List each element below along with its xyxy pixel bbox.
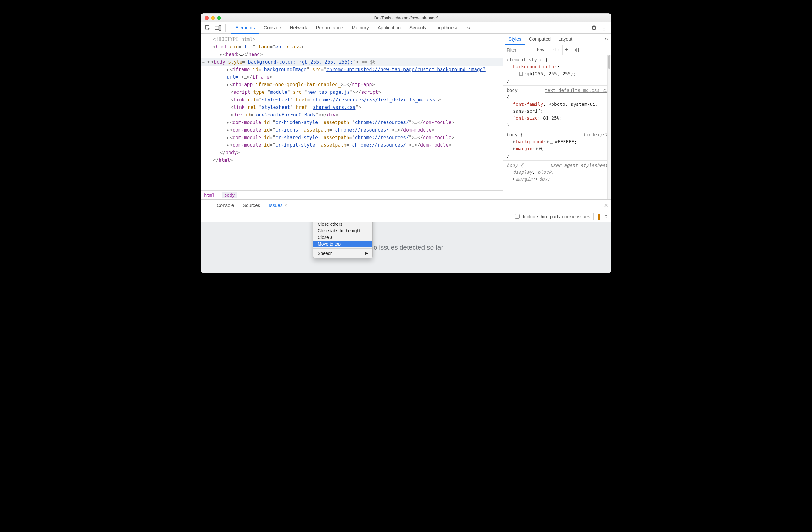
collapse-body-icon[interactable] <box>207 61 210 63</box>
drawer: ⋮ Console Sources Issues× × Include thir… <box>201 199 611 272</box>
style-rules[interactable]: element.style { background-color:rgb(255… <box>504 55 611 199</box>
expand-iframe-icon[interactable] <box>227 69 229 71</box>
color-swatch-icon[interactable] <box>550 140 553 143</box>
link2-href-link[interactable]: shared_vars.css <box>313 104 356 110</box>
device-toolbar-icon[interactable] <box>214 24 222 32</box>
val-display: block <box>538 170 552 175</box>
expand-dm3-icon[interactable] <box>227 137 229 139</box>
crumb-body[interactable]: body <box>222 192 237 198</box>
styles-tabs: Styles Computed Layout » <box>504 34 611 45</box>
dom-doctype: <!DOCTYPE html> <box>213 37 255 42</box>
prop-font-family[interactable]: font-family <box>513 102 543 107</box>
val-background-color[interactable]: rgb(255, 255, 255) <box>524 71 573 76</box>
ctx-move-to-top[interactable]: Move to top <box>313 240 372 247</box>
divider <box>226 24 226 32</box>
script-src-link[interactable]: new_tab_page.js <box>307 89 350 95</box>
expand-shorthand-icon[interactable] <box>513 140 515 143</box>
tab-styles[interactable]: Styles <box>505 34 525 45</box>
tab-elements[interactable]: Elements <box>231 22 259 34</box>
prop-font-size[interactable]: font-size <box>513 115 538 121</box>
toggle-sidebar-icon[interactable] <box>571 45 581 55</box>
styles-filter-input[interactable] <box>504 47 532 53</box>
val-background[interactable]: #FFFFFF <box>555 139 574 144</box>
tab-network[interactable]: Network <box>286 22 311 34</box>
new-style-rule-icon[interactable]: + <box>562 45 571 55</box>
prop-margin-ua: margin <box>516 177 533 182</box>
main-tabs: Elements Console Network Performance Mem… <box>231 22 463 34</box>
issues-warning-icon[interactable]: ❚ <box>597 213 601 220</box>
styles-panel: Styles Computed Layout » :hov .cls + <box>504 34 611 199</box>
expand-head-icon[interactable] <box>220 54 222 56</box>
rule-source-ua: user agent stylesheet <box>550 162 608 169</box>
more-styles-tabs-icon[interactable]: » <box>603 34 610 45</box>
third-party-checkbox[interactable] <box>515 214 520 219</box>
expand-margin-icon[interactable] <box>536 147 538 150</box>
settings-icon[interactable] <box>590 24 598 32</box>
window-title: DevTools - chrome://new-tab-page/ <box>201 15 611 20</box>
val-margin[interactable]: 0 <box>539 146 542 151</box>
drawer-tab-issues[interactable]: Issues× <box>264 200 291 211</box>
inspect-element-icon[interactable] <box>203 24 212 32</box>
issues-toolbar: Include third-party cookie issues ❚ 0 <box>201 211 611 222</box>
color-swatch-icon[interactable] <box>519 72 523 75</box>
tab-memory[interactable]: Memory <box>347 22 373 34</box>
tab-application[interactable]: Application <box>373 22 405 34</box>
expand-margin-value-icon[interactable] <box>536 178 538 180</box>
expand-shorthand-icon[interactable] <box>513 147 515 150</box>
tab-security[interactable]: Security <box>405 22 431 34</box>
close-tab-icon[interactable]: × <box>284 203 287 208</box>
breadcrumb: html body <box>201 191 503 199</box>
drawer-tab-sources[interactable]: Sources <box>238 200 264 211</box>
prop-background[interactable]: background <box>516 139 543 144</box>
divider <box>593 213 594 220</box>
menu-separator <box>313 248 372 249</box>
workspace: <!DOCTYPE html> <html dir="ltr" lang="en… <box>201 34 611 199</box>
tab-console[interactable]: Console <box>259 22 286 34</box>
hover-pseudo-button[interactable]: :hov <box>532 45 547 55</box>
expand-shorthand-icon[interactable] <box>513 178 515 180</box>
dom-panel: <!DOCTYPE html> <html dir="ltr" lang="en… <box>201 34 504 199</box>
svg-rect-2 <box>219 26 221 30</box>
main-toolbar: Elements Console Network Performance Mem… <box>201 22 611 34</box>
class-toggle-button[interactable]: .cls <box>547 45 562 55</box>
titlebar: DevTools - chrome://new-tab-page/ <box>201 14 611 22</box>
link1-href-link[interactable]: chrome://resources/css/text_defaults_md.… <box>313 97 435 103</box>
ctx-close-others[interactable]: Close others <box>313 222 372 227</box>
selected-dom-node[interactable]: ⋯<body style="background-color: rgb(255,… <box>201 58 503 66</box>
tab-lighthouse[interactable]: Lighthouse <box>431 22 463 34</box>
context-menu: Close Close others Close tabs to the rig… <box>313 222 373 258</box>
prop-margin[interactable]: margin <box>516 146 533 151</box>
more-tabs-icon[interactable]: » <box>464 24 473 32</box>
expand-ntp-app-icon[interactable] <box>227 84 229 86</box>
expand-background-icon[interactable] <box>547 140 549 143</box>
issues-count: 0 <box>605 214 607 219</box>
third-party-label: Include third-party cookie issues <box>523 214 590 219</box>
tab-performance[interactable]: Performance <box>311 22 348 34</box>
tab-computed[interactable]: Computed <box>525 34 554 45</box>
expand-dm1-icon[interactable] <box>227 122 229 124</box>
prop-display: display <box>513 170 532 175</box>
val-margin-ua: 8px <box>539 177 547 182</box>
styles-scrollbar[interactable] <box>607 55 611 199</box>
submenu-arrow-icon: ▶ <box>365 251 368 255</box>
ctx-close-right[interactable]: Close tabs to the right <box>313 227 372 234</box>
drawer-kebab-icon[interactable]: ⋮ <box>203 201 212 210</box>
kebab-menu-icon[interactable]: ⋮ <box>600 24 609 32</box>
drawer-tab-console[interactable]: Console <box>212 200 238 211</box>
styles-filter-row: :hov .cls + <box>504 45 611 55</box>
devtools-window: DevTools - chrome://new-tab-page/ Elemen… <box>201 13 611 273</box>
rule-source-index[interactable]: (index):7 <box>583 131 608 138</box>
ctx-speech[interactable]: Speech▶ <box>313 250 372 256</box>
expand-dm2-icon[interactable] <box>227 129 229 131</box>
expand-dm4-icon[interactable] <box>227 144 229 147</box>
svg-rect-1 <box>215 26 219 29</box>
tab-layout[interactable]: Layout <box>554 34 576 45</box>
rule-source-textdefaults[interactable]: text_defaults_md.css:25 <box>545 87 608 94</box>
dom-tree[interactable]: <!DOCTYPE html> <html dir="ltr" lang="en… <box>201 34 503 191</box>
val-font-size[interactable]: 81.25% <box>543 115 560 121</box>
ctx-close-all[interactable]: Close all <box>313 234 372 240</box>
close-drawer-icon[interactable]: × <box>604 202 608 209</box>
prop-background-color[interactable]: background-color <box>513 64 557 69</box>
drawer-tabs: ⋮ Console Sources Issues× × <box>201 200 611 211</box>
crumb-html[interactable]: html <box>204 193 215 198</box>
